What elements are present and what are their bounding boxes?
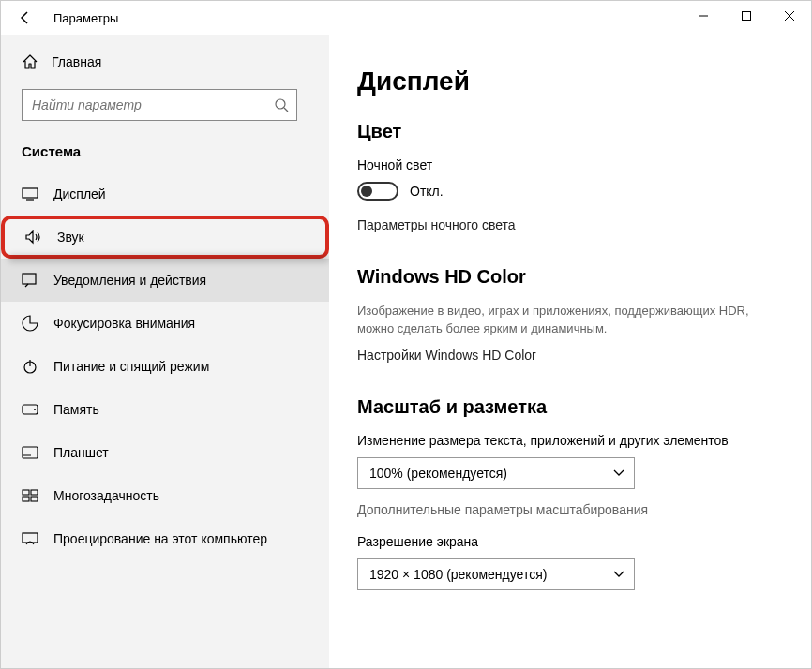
color-heading: Цвет [357, 121, 783, 142]
toggle-knob [361, 186, 372, 197]
svg-rect-11 [23, 447, 38, 458]
search-icon [274, 97, 289, 112]
home-icon [22, 53, 38, 70]
power-icon [22, 358, 38, 375]
svg-point-2 [276, 99, 285, 109]
window-title: Параметры [53, 11, 118, 25]
scale-heading: Масштаб и разметка [357, 396, 783, 418]
svg-rect-16 [31, 497, 38, 501]
settings-window: Параметры Главная [0, 0, 812, 669]
hdcolor-heading: Windows HD Color [357, 266, 783, 288]
home-label: Главная [52, 54, 101, 69]
multitasking-icon [22, 487, 38, 504]
sound-icon [25, 229, 42, 245]
nav-label: Питание и спящий режим [53, 359, 209, 374]
hdcolor-desc: Изображение в видео, играх и приложениях… [357, 303, 751, 338]
night-light-toggle[interactable] [357, 182, 398, 201]
sidebar-item-sound[interactable]: Звук [1, 216, 329, 259]
scale-label: Изменение размера текста, приложений и д… [357, 433, 783, 448]
search-input[interactable] [32, 97, 274, 112]
projecting-icon [22, 530, 38, 547]
scale-combobox[interactable]: 100% (рекомендуется) [357, 457, 635, 489]
resolution-value: 1920 × 1080 (рекомендуется) [369, 567, 547, 582]
sidebar-item-storage[interactable]: Память [1, 388, 329, 431]
main-panel: Дисплей Цвет Ночной свет Откл. Параметры… [329, 35, 811, 668]
toggle-state-label: Откл. [410, 184, 444, 199]
page-title: Дисплей [357, 67, 783, 97]
sidebar-item-display[interactable]: Дисплей [1, 172, 329, 216]
night-light-label: Ночной свет [357, 157, 783, 172]
nav-label: Многозадачность [53, 488, 159, 503]
svg-rect-14 [31, 490, 38, 495]
svg-rect-4 [23, 188, 38, 198]
nav-label: Дисплей [53, 186, 106, 201]
sidebar-item-projecting[interactable]: Проецирование на этот компьютер [1, 517, 329, 560]
nav-list: Дисплей Звук Уведомления и действия [1, 172, 329, 560]
sidebar-item-notifications[interactable]: Уведомления и действия [1, 259, 329, 302]
nav-label: Фокусировка внимания [53, 316, 195, 331]
resolution-combobox[interactable]: 1920 × 1080 (рекомендуется) [357, 558, 635, 590]
night-light-settings-link[interactable]: Параметры ночного света [357, 217, 783, 232]
focus-icon [22, 315, 38, 332]
window-controls [682, 1, 811, 31]
scale-value: 100% (рекомендуется) [369, 466, 507, 481]
sidebar-item-multitasking[interactable]: Многозадачность [1, 474, 329, 517]
advanced-scaling-link[interactable]: Дополнительные параметры масштабирования [357, 502, 783, 517]
titlebar: Параметры [1, 1, 811, 35]
svg-rect-13 [23, 490, 29, 495]
hdcolor-link[interactable]: Настройки Windows HD Color [357, 348, 783, 363]
tablet-icon [22, 444, 38, 461]
nav-label: Память [53, 402, 99, 417]
nav-label: Уведомления и действия [53, 273, 206, 288]
search-box[interactable] [22, 89, 297, 121]
svg-point-10 [34, 409, 36, 410]
svg-rect-1 [743, 12, 751, 21]
sidebar-item-focus[interactable]: Фокусировка внимания [1, 302, 329, 345]
section-title: Система [1, 134, 329, 172]
minimize-button[interactable] [682, 1, 725, 31]
storage-icon [22, 401, 38, 418]
resolution-label: Разрешение экрана [357, 534, 783, 549]
nav-label: Планшет [53, 445, 109, 460]
sidebar: Главная Система Дисплей [1, 35, 329, 668]
close-button[interactable] [768, 1, 811, 31]
nav-label: Звук [57, 230, 84, 245]
sidebar-item-power[interactable]: Питание и спящий режим [1, 345, 329, 388]
home-button[interactable]: Главная [1, 44, 329, 80]
svg-line-3 [284, 108, 288, 112]
notifications-icon [22, 272, 38, 289]
maximize-button[interactable] [725, 1, 768, 31]
chevron-down-icon [613, 571, 624, 578]
svg-rect-6 [23, 274, 36, 284]
sidebar-item-tablet[interactable]: Планшет [1, 431, 329, 474]
svg-rect-15 [23, 497, 29, 501]
nav-label: Проецирование на этот компьютер [53, 531, 267, 546]
chevron-down-icon [613, 469, 624, 477]
back-button[interactable] [12, 5, 38, 31]
display-icon [22, 186, 38, 202]
